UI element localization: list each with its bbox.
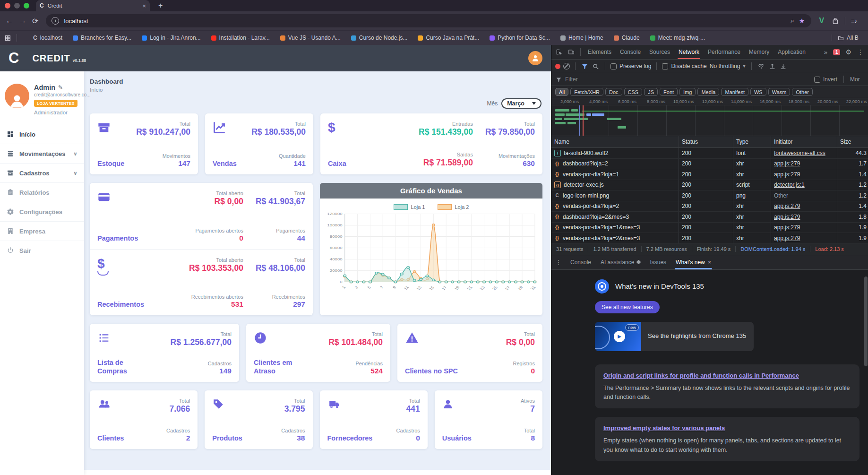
card-vendas[interactable]: Vendas TotalR$ 180.535,00 Quantidade141 [205, 113, 313, 174]
request-type-filter[interactable]: WS [750, 88, 766, 96]
address-bar[interactable]: i localhost ⌕ ★ [46, 14, 811, 27]
error-badge[interactable]: 1 [833, 49, 841, 55]
feature-link[interactable]: Improved empty states for various panels [603, 424, 725, 432]
more-tabs-icon[interactable]: » [821, 49, 830, 56]
network-request-row[interactable]: {}dashboard?loja=2&mes=3200xhrapp.js:279… [551, 212, 868, 223]
devtools-tab-network[interactable]: Network [675, 45, 703, 59]
drawer-tab-console[interactable]: Console [566, 255, 596, 269]
feature-link[interactable]: Origin and script links for profile and … [603, 372, 799, 379]
card-clientes-atraso[interactable]: Clientes em Atraso TotalR$ 101.484,00 Pe… [246, 324, 390, 382]
request-type-filter[interactable]: Img [679, 88, 696, 96]
network-request-row[interactable]: {}vendas-por-dia?loja=2&mes=3200xhrapp.j… [551, 233, 868, 244]
month-select[interactable]: Março [501, 98, 541, 109]
play-icon[interactable]: ▶ [614, 331, 625, 342]
import-har-icon[interactable] [779, 63, 787, 69]
forward-icon[interactable]: → [19, 17, 26, 25]
request-type-filter[interactable]: CSS [624, 88, 643, 96]
network-request-row[interactable]: {}dashboard?loja=2200xhrapp.js:2791.7 [551, 159, 868, 170]
network-request-row[interactable]: Clogo-icon-mini.png200pngOther1.2 [551, 190, 868, 201]
request-initiator[interactable]: detector.js:1 [774, 181, 805, 188]
tab-list-icon[interactable]: ≡♪ [851, 17, 857, 25]
bookmark-item[interactable]: Clocalhost [33, 35, 62, 41]
kebab-menu-icon[interactable]: ⋮ [855, 48, 866, 56]
sidebar-item-sair[interactable]: Sair [0, 241, 84, 260]
request-type-filter[interactable]: JS [644, 88, 658, 96]
sidebar-item-configuracoes[interactable]: Configurações [0, 202, 84, 221]
column-header-name[interactable]: Name [551, 136, 679, 147]
maximize-window-button[interactable] [24, 3, 29, 9]
card-fornecedores[interactable]: Fornecedores Total441 Cadastros0 [320, 390, 428, 449]
header-avatar[interactable] [528, 51, 542, 65]
filter-funnel-icon[interactable] [581, 63, 589, 69]
bookmark-item[interactable]: Curso Java na Prát... [418, 35, 479, 41]
bookmark-item[interactable]: Vue JS - Usando A... [280, 35, 341, 41]
card-usuarios[interactable]: Usuários Ativos7 Total8 [435, 390, 542, 449]
request-initiator[interactable]: app.js:279 [774, 171, 800, 178]
request-initiator[interactable]: app.js:279 [774, 214, 800, 220]
close-icon[interactable]: × [708, 259, 712, 266]
sidebar-item-inicio[interactable]: Início [0, 125, 84, 144]
bookmark-item[interactable]: Home | Home [560, 35, 603, 41]
column-header-size[interactable]: Size [837, 136, 868, 147]
bookmark-item[interactable]: Curso de Node.js... [351, 35, 408, 41]
bookmark-item[interactable]: Branches for Easy... [73, 35, 131, 41]
request-initiator[interactable]: app.js:279 [774, 203, 800, 209]
request-type-filter[interactable]: All [555, 88, 568, 96]
card-caixa[interactable]: $ Caixa EntradasR$ 151.439,00 SaídasR$ 7… [320, 113, 542, 174]
card-lista-compras[interactable]: Lista de Compras TotalR$ 1.256.677,00 Ca… [90, 324, 239, 382]
device-toolbar-icon[interactable] [566, 49, 577, 55]
column-header-initiator[interactable]: Initiator [771, 136, 837, 147]
bookmark-item[interactable]: Meet: mdg-zfwq-... [650, 35, 705, 41]
extensions-icon[interactable] [832, 17, 839, 25]
request-type-filter[interactable]: Fetch/XHR [570, 88, 603, 96]
back-icon[interactable]: ← [6, 17, 13, 25]
new-tab-button[interactable]: + [158, 1, 163, 10]
card-clientes-spc[interactable]: Clientes no SPC TotalR$ 0,00 Registros0 [397, 324, 542, 382]
bookmark-item[interactable]: Claude [614, 35, 640, 41]
record-button[interactable] [555, 64, 560, 69]
bookmark-star-icon[interactable]: ★ [799, 17, 805, 25]
request-type-filter[interactable]: Media [697, 88, 719, 96]
card-produtos[interactable]: Produtos Total3.795 Cadastros38 [205, 390, 312, 449]
minimize-window-button[interactable] [14, 3, 20, 9]
kebab-menu-icon[interactable]: ⋮ [551, 259, 566, 266]
network-request-row[interactable]: Tfa-solid-900.woff2200fontfontawesome-al… [551, 148, 868, 159]
reload-icon[interactable]: ⟳ [32, 17, 38, 26]
network-request-row[interactable]: {}vendas-por-dia?loja=2200xhrapp.js:2791… [551, 201, 868, 212]
card-estoque[interactable]: Estoque TotalR$ 910.247,00 Movimentos147 [90, 113, 198, 174]
throttling-select[interactable]: No throttling [710, 63, 740, 69]
request-type-filter[interactable]: Other [792, 88, 813, 96]
sidebar-item-empresa[interactable]: Empresa [0, 221, 84, 241]
browser-tab[interactable]: C Credit × [36, 0, 150, 11]
all-bookmarks-folder[interactable]: All B [832, 35, 868, 41]
request-type-filter[interactable]: Manifest [721, 88, 748, 96]
highlight-card[interactable]: new ▶ See the highlights from Chrome 135 [595, 322, 754, 351]
sidebar-item-relatorios[interactable]: Relatórios [0, 182, 84, 202]
apps-grid-icon[interactable] [5, 35, 11, 41]
network-request-row[interactable]: {}vendas-por-dia?loja=1&mes=3200xhrapp.j… [551, 223, 868, 233]
devtools-tab-sources[interactable]: Sources [645, 45, 674, 59]
network-conditions-icon[interactable] [757, 63, 765, 69]
preserve-log-checkbox[interactable]: Preserve log [610, 63, 651, 69]
devtools-tab-console[interactable]: Console [616, 45, 645, 59]
devtools-tab-performance[interactable]: Performance [704, 45, 744, 59]
more-filters-label[interactable]: Mor [850, 76, 863, 83]
network-request-row[interactable]: {}detector-exec.js200scriptdetector.js:1… [551, 180, 868, 191]
avatar[interactable] [5, 84, 29, 108]
request-initiator[interactable]: app.js:279 [774, 235, 800, 242]
column-header-status[interactable]: Status [679, 136, 733, 147]
bookmark-item[interactable]: Installation - Larav... [211, 35, 270, 41]
filter-input[interactable]: Filter [565, 76, 810, 83]
close-tab-icon[interactable]: × [142, 2, 146, 9]
export-har-icon[interactable] [768, 63, 776, 69]
drawer-tab-issues[interactable]: Issues [645, 255, 671, 269]
request-initiator[interactable]: app.js:279 [774, 224, 800, 231]
sidebar-item-cadastros[interactable]: Cadastros ∨ [0, 163, 84, 182]
drawer-tab-whats-new[interactable]: What's new × [671, 255, 716, 269]
scrollbar[interactable] [864, 276, 868, 366]
devtools-tab-elements[interactable]: Elements [584, 45, 615, 59]
drawer-tab-ai-assistance[interactable]: AI assistance [596, 255, 645, 269]
request-type-filter[interactable]: Wasm [768, 88, 791, 96]
search-icon[interactable] [592, 63, 600, 69]
close-window-button[interactable] [5, 3, 10, 9]
